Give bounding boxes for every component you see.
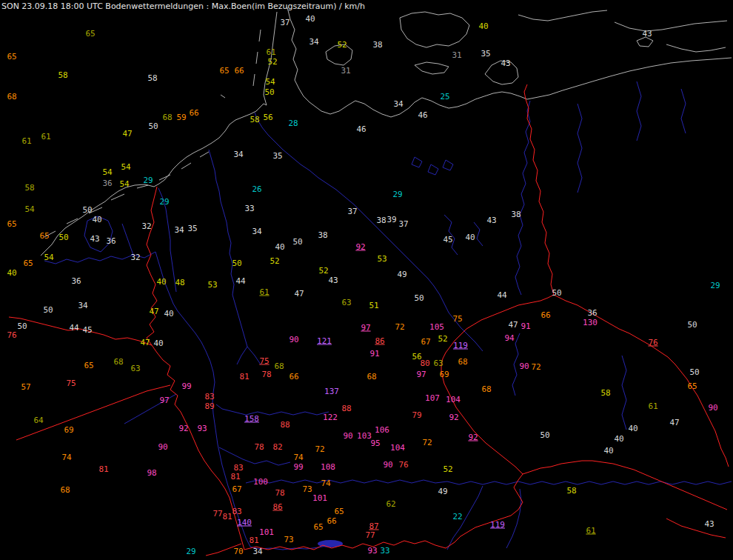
station-value: 50 (148, 122, 158, 130)
station-value: 38 (318, 231, 327, 239)
station-value: 68 (60, 486, 70, 494)
station-value: 83 (232, 507, 241, 516)
station-value: 50 (540, 431, 549, 439)
station-value: 44 (497, 291, 506, 299)
station-value: 50 (414, 294, 424, 302)
station-value: 46 (418, 111, 427, 119)
station-value: 40 (153, 339, 163, 347)
station-value: 44 (235, 277, 245, 285)
station-value: 52 (270, 257, 279, 265)
station-value: 72 (531, 363, 540, 371)
station-value: 69 (64, 426, 73, 434)
station-value: 62 (386, 500, 395, 508)
station-value: 50 (687, 321, 697, 329)
station-value: 76 (7, 331, 16, 339)
station-value: 91 (369, 350, 379, 358)
station-value: 46 (356, 125, 366, 133)
station-value: 35 (187, 224, 197, 233)
station-value: 32 (130, 253, 140, 261)
station-value: 49 (438, 487, 447, 496)
station-value: 40 (628, 424, 637, 433)
station-value: 73 (284, 536, 293, 544)
station-value: 53 (207, 281, 217, 289)
station-value: 88 (341, 404, 351, 413)
station-value: 52 (337, 41, 347, 49)
station-value: 37 (398, 220, 408, 228)
station-value: 88 (280, 421, 289, 429)
station-value: 65 (23, 259, 33, 267)
station-value: 29 (143, 176, 153, 184)
station-value: 52 (267, 58, 277, 66)
station-value: 58 (24, 184, 34, 192)
station-value: 77 (365, 531, 375, 539)
station-value: 77 (212, 510, 222, 518)
station-value: 54 (121, 163, 130, 171)
station-value: 50 (58, 233, 68, 241)
station-value: 29 (392, 190, 402, 199)
station-value: 93 (197, 424, 207, 433)
station-value: 35 (272, 152, 282, 160)
station-value: 74 (321, 479, 330, 487)
station-value: 37 (347, 207, 357, 216)
station-value: 107 (425, 394, 440, 402)
station-value: 54 (102, 168, 112, 176)
station-value: 40 (603, 447, 613, 455)
station-value: 80 (420, 359, 429, 367)
station-value: 68 (481, 385, 491, 393)
station-value: 56 (263, 113, 272, 121)
station-value: 101 (312, 494, 327, 502)
station-value: 89 (204, 402, 214, 410)
station-value: 74 (293, 453, 303, 461)
station-value: 73 (302, 485, 312, 493)
station-value: 99 (293, 463, 303, 471)
station-value: 34 (252, 547, 262, 556)
station-value: 50 (689, 368, 699, 376)
station-value: 25 (440, 93, 449, 101)
station-value: 40 (305, 15, 315, 23)
station-value: 72 (395, 323, 404, 331)
station-value: 75 (452, 315, 462, 323)
station-value: 92 (468, 433, 478, 441)
station-value: 52 (318, 267, 328, 275)
station-value: 97 (361, 324, 370, 332)
station-value: 81 (230, 473, 240, 481)
station-value: 67 (421, 338, 430, 346)
station-value: 65 (39, 232, 49, 240)
station-value: 31 (452, 51, 461, 59)
station-value: 61 (21, 137, 31, 145)
station-value: 93 (367, 547, 377, 555)
station-value: 34 (393, 100, 403, 108)
station-value: 28 (288, 119, 298, 127)
station-value: 65 (687, 382, 697, 390)
station-value: 47 (294, 290, 304, 298)
station-value: 40 (275, 243, 284, 251)
station-value: 61 (648, 402, 657, 410)
station-value: 90 (289, 336, 298, 344)
station-value: 92 (355, 243, 365, 251)
station-value: 38 (511, 210, 521, 219)
station-value: 75 (66, 379, 76, 387)
station-value: 50 (232, 259, 241, 267)
station-value: 40 (478, 22, 488, 30)
station-value: 103 (357, 432, 372, 440)
station-value: 61 (259, 288, 269, 296)
station-value: 97 (416, 370, 426, 379)
station-value: 68 (113, 358, 123, 366)
station-value: 38 (376, 216, 386, 224)
station-value: 31 (341, 67, 350, 75)
station-value: 86 (375, 337, 384, 345)
station-value: 69 (439, 370, 449, 379)
station-value: 47 (140, 339, 150, 347)
station-value: 79 (412, 411, 421, 419)
station-value: 78 (275, 489, 284, 497)
station-value: 40 (7, 269, 16, 277)
station-value: 119 (453, 341, 468, 350)
station-value: 65 (7, 220, 16, 228)
station-value: 97 (159, 396, 169, 404)
station-value: 50 (43, 306, 53, 314)
station-value: 34 (233, 150, 243, 159)
station-value: 106 (375, 426, 389, 434)
station-value: 43 (501, 59, 510, 67)
station-value: 47 (669, 419, 679, 427)
station-value: 50 (264, 88, 274, 96)
